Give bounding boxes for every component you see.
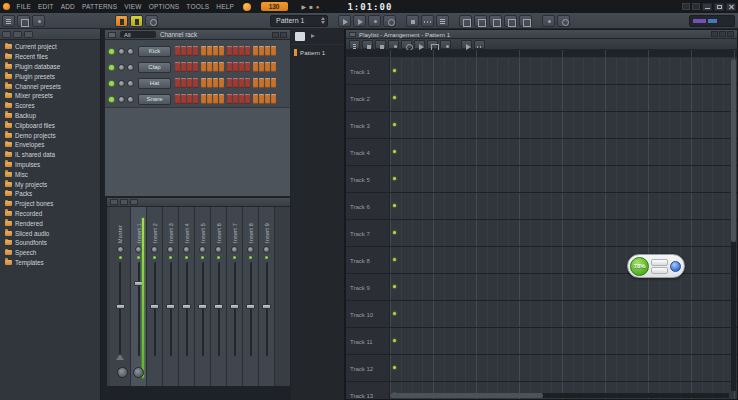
track-header[interactable]: Track 6 (346, 193, 390, 219)
pattern-up-icon[interactable] (321, 17, 325, 20)
rack-menu-icon[interactable] (108, 32, 116, 38)
browser-item-demo-projects[interactable]: Demo projects (0, 130, 100, 140)
track-led[interactable] (393, 123, 396, 126)
snap-magnet-icon[interactable] (338, 15, 351, 27)
picker-patterns-icon[interactable] (295, 32, 305, 41)
mixer-view-icon[interactable] (504, 15, 517, 27)
track-grid[interactable] (390, 355, 737, 381)
step-cell[interactable] (245, 62, 250, 72)
menu-add[interactable]: ADD (57, 3, 78, 10)
channel-volume-knob[interactable] (127, 80, 134, 87)
strip-pan-knob[interactable] (135, 246, 142, 253)
fader-handle[interactable] (166, 304, 175, 309)
vertical-scroll-thumb[interactable] (731, 59, 736, 242)
fader-handle[interactable] (150, 304, 159, 309)
mute-tool-icon[interactable] (401, 40, 412, 49)
channel-pan-knob[interactable] (118, 64, 125, 71)
step-cell[interactable] (239, 94, 244, 104)
channel-pan-knob[interactable] (118, 96, 125, 103)
fader-handle[interactable] (182, 304, 191, 309)
picker-arrow-icon[interactable] (310, 33, 318, 41)
browser-item-mixer-presets[interactable]: Mixer presets (0, 91, 100, 101)
step-cell[interactable] (201, 94, 206, 104)
fader-handle[interactable] (198, 304, 207, 309)
step-cell[interactable] (253, 62, 258, 72)
track-grid[interactable] (390, 301, 737, 327)
step-cell[interactable] (265, 78, 270, 88)
tempo-tap-icon[interactable] (557, 15, 570, 27)
browser-item-templates[interactable]: Templates (0, 258, 100, 268)
track-led[interactable] (393, 285, 396, 288)
minimize-button[interactable] (702, 3, 712, 11)
countdown-icon[interactable] (383, 15, 396, 27)
maximize-button[interactable] (714, 3, 724, 11)
track-led[interactable] (393, 69, 396, 72)
mixer-titlebar[interactable] (107, 198, 290, 207)
step-cell[interactable] (233, 46, 238, 56)
play-button[interactable]: ▶ (302, 4, 307, 10)
step-cell[interactable] (181, 94, 186, 104)
mixer-strip-insert-4[interactable]: Insert 4 (179, 207, 195, 386)
step-cell[interactable] (265, 94, 270, 104)
browser-item-backup[interactable]: Backup (0, 111, 100, 121)
track-grid[interactable] (390, 139, 737, 165)
step-cell[interactable] (193, 62, 198, 72)
step-cell[interactable] (233, 62, 238, 72)
browser-item-scores[interactable]: Scores (0, 101, 100, 111)
mixer-strip-insert-6[interactable]: Insert 6 (211, 207, 227, 386)
channel-pan-knob[interactable] (118, 48, 125, 55)
zoom-tool-icon[interactable] (440, 40, 451, 49)
browser-view-icon[interactable] (519, 15, 532, 27)
menu-edit[interactable]: EDIT (35, 3, 58, 10)
step-cell[interactable] (265, 46, 270, 56)
browser-menu-icon[interactable] (2, 31, 11, 38)
track-header[interactable]: Track 8 (346, 247, 390, 273)
playlist-detach-icon[interactable] (711, 31, 718, 37)
channel-button[interactable]: Clap (138, 62, 171, 73)
mixer-strip-insert-8[interactable]: Insert 8 (243, 207, 259, 386)
step-cell[interactable] (259, 78, 264, 88)
playback-marker-icon[interactable] (474, 40, 485, 49)
browser-item-plugin-database[interactable]: Plugin database (0, 62, 100, 72)
track-led[interactable] (393, 96, 396, 99)
metronome-icon[interactable] (353, 15, 366, 27)
mixer-menu-icon[interactable] (110, 199, 118, 205)
picker-item-pattern-1[interactable]: Pattern 1 (291, 47, 344, 57)
browser-item-my-projects[interactable]: My projects (0, 179, 100, 189)
menu-view[interactable]: VIEW (121, 3, 145, 10)
browser-item-packs[interactable]: Packs (0, 189, 100, 199)
strip-fader[interactable] (243, 262, 258, 356)
strip-fader[interactable] (227, 262, 242, 356)
song-mode-button[interactable] (130, 15, 143, 27)
track-grid[interactable] (390, 112, 737, 138)
select-tool-icon[interactable] (427, 40, 438, 49)
channel-button[interactable]: Hat (138, 78, 171, 89)
step-cell[interactable] (213, 46, 218, 56)
browser-item-misc[interactable]: Misc (0, 169, 100, 179)
step-cell[interactable] (259, 46, 264, 56)
strip-fader[interactable] (179, 262, 194, 356)
strip-pan-knob[interactable] (167, 246, 174, 253)
track-grid[interactable] (390, 274, 737, 300)
channel-button[interactable]: Snare (138, 94, 171, 105)
mixer-strip-insert-3[interactable]: Insert 3 (163, 207, 179, 386)
strip-fader[interactable] (147, 262, 162, 356)
step-cell[interactable] (187, 62, 192, 72)
step-cell[interactable] (175, 46, 180, 56)
channel-rack-view-icon[interactable] (489, 15, 502, 27)
strip-pan-knob[interactable] (151, 246, 158, 253)
close-button[interactable] (726, 3, 736, 11)
plugin-picker-icon[interactable] (542, 15, 555, 27)
step-cell[interactable] (201, 78, 206, 88)
track-header[interactable]: Track 13 (346, 382, 390, 399)
strip-pan-knob[interactable] (263, 246, 270, 253)
channel-filter-combo[interactable]: All (120, 31, 156, 38)
browser-item-envelopes[interactable]: Envelopes (0, 140, 100, 150)
track-grid[interactable] (390, 166, 737, 192)
strip-fader[interactable] (163, 262, 178, 356)
fader-handle[interactable] (246, 304, 255, 309)
playlist-tools-menu-icon[interactable] (349, 40, 360, 49)
step-cell[interactable] (227, 78, 232, 88)
step-cell[interactable] (259, 62, 264, 72)
playlist-titlebar[interactable]: Playlist - Arrangement - Pattern 1 (346, 30, 737, 39)
